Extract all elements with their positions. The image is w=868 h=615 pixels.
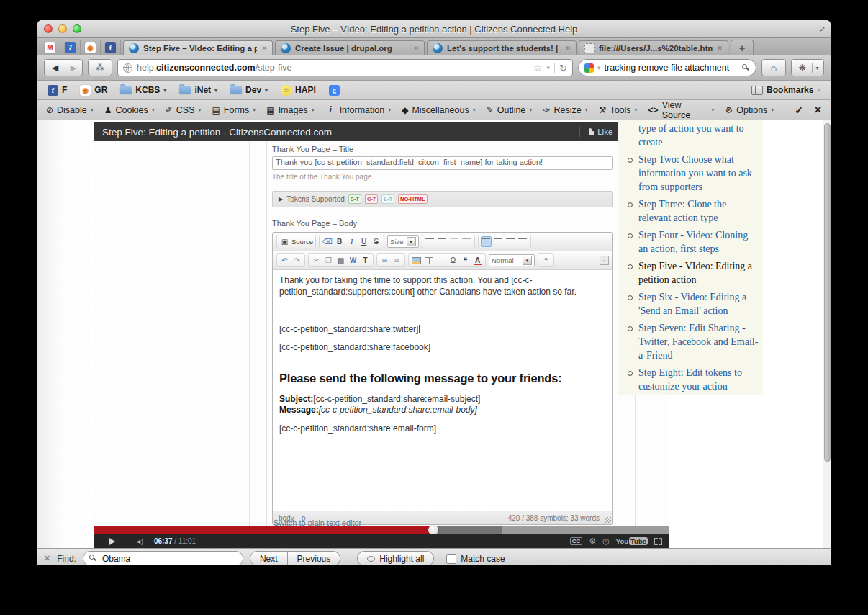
video-header-bar: Step Five: Editing a petition - Citizens… bbox=[94, 122, 669, 141]
scrollbar-thumb[interactable] bbox=[824, 123, 831, 462]
find-next-button[interactable]: Next bbox=[250, 551, 288, 565]
tab-label: Step Five – VIdeo: Editing a p... bbox=[143, 44, 257, 53]
bookmark-folder-kcbs[interactable]: KCBS ▾ bbox=[120, 85, 166, 95]
bookmark-google[interactable]: g bbox=[329, 85, 340, 96]
checkbox-icon[interactable] bbox=[446, 554, 456, 564]
devtools-cookies[interactable]: ♟Cookies▾ bbox=[104, 105, 155, 115]
search-icon[interactable] bbox=[742, 64, 750, 72]
home-button[interactable]: ⌂ bbox=[761, 59, 786, 76]
tab-local-file[interactable]: file:///Users/J...s%20table.html ✕ bbox=[579, 40, 728, 55]
address-bar[interactable]: help.citizensconnected.com/step-five ☆ ▾… bbox=[117, 59, 573, 76]
chevron-down-icon: ▾ bbox=[198, 107, 201, 113]
match-case-checkbox[interactable]: Match case bbox=[446, 554, 505, 564]
validate-check-icon[interactable]: ✓ bbox=[795, 104, 803, 116]
search-query-text[interactable]: tracking remove file attachment bbox=[605, 63, 738, 73]
new-tab-button[interactable]: + bbox=[731, 40, 754, 55]
tab-close-icon[interactable]: ✕ bbox=[717, 45, 723, 52]
devtools-view-source[interactable]: <>View Source▾ bbox=[648, 100, 715, 120]
bullet-icon bbox=[628, 233, 633, 238]
devtools-resize[interactable]: ✑Resize▾ bbox=[543, 105, 587, 115]
toolbar-close-icon[interactable]: ✕ bbox=[814, 104, 822, 115]
sidebar-link[interactable]: Step Eight: Edit tokens to customize you… bbox=[638, 366, 759, 393]
sidebar-link[interactable]: Step Two: Choose what information you wa… bbox=[638, 153, 759, 194]
bookmark-hapi[interactable]: ☺ HAPI bbox=[281, 85, 316, 96]
sidebar-item-step-eight[interactable]: Step Eight: Edit tokens to customize you… bbox=[628, 366, 759, 393]
window-titlebar[interactable]: Step Five – VIdeo: Editing a petition ac… bbox=[37, 20, 831, 38]
bookmark-folder-dev[interactable]: Dev ▾ bbox=[230, 85, 268, 95]
find-input[interactable] bbox=[101, 553, 237, 565]
sidebar-item-step-three[interactable]: Step Three: Clone the relevant action ty… bbox=[628, 197, 759, 225]
like-button[interactable]: Like bbox=[587, 127, 612, 136]
settings-gear-icon[interactable]: ⚙ bbox=[589, 537, 596, 546]
pinned-tab-facebook[interactable]: f bbox=[101, 40, 121, 55]
findbar-close-icon[interactable]: ✕ bbox=[44, 554, 50, 563]
find-input-wrap[interactable] bbox=[83, 551, 243, 565]
tab-active[interactable]: Step Five – VIdeo: Editing a p... ✕ bbox=[123, 40, 273, 55]
devtools-label: Forms bbox=[224, 105, 249, 115]
sidebar-item-step-seven[interactable]: Step Seven: Edit Sharing - Twitter, Face… bbox=[628, 321, 759, 362]
play-button[interactable] bbox=[109, 538, 115, 545]
badge-lt: L-T bbox=[381, 194, 394, 204]
youtube-logo[interactable]: YouTube bbox=[616, 537, 648, 545]
extension-paw-button[interactable]: ⁂ bbox=[88, 59, 112, 76]
sidebar-item-step-four[interactable]: Step Four - Video: Cloning an action, fi… bbox=[628, 228, 759, 256]
google-engine-icon[interactable] bbox=[584, 63, 594, 73]
tab-create-issue[interactable]: Create Issue | drupal.org ✕ bbox=[275, 40, 425, 55]
sidebar-item-step-six[interactable]: Step Six - Video: Editing a 'Send an Ema… bbox=[628, 290, 759, 318]
engine-dropdown-icon[interactable]: ▾ bbox=[597, 64, 601, 71]
page-scrollbar[interactable] bbox=[823, 120, 831, 548]
watch-later-clock-icon[interactable]: ◷ bbox=[602, 537, 610, 546]
pinned-tab-gmail[interactable]: M bbox=[40, 40, 60, 55]
sidebar-link[interactable]: Step Three: Clone the relevant action ty… bbox=[638, 197, 759, 225]
align-center-icon bbox=[493, 236, 504, 247]
highlight-all-button[interactable]: Highlight all bbox=[357, 551, 434, 565]
sidebar-link[interactable]: Step Seven: Edit Sharing - Twitter, Face… bbox=[638, 321, 759, 362]
youtube-video-player[interactable]: Step Five: Editing a petition - Citizens… bbox=[94, 122, 669, 548]
chevron-down-icon: ▾ bbox=[523, 256, 532, 265]
addon-dropdown-icon[interactable]: ▾ bbox=[813, 65, 823, 71]
sidebar-item-step-one[interactable]: type of action you want to create bbox=[628, 122, 759, 149]
tab-close-icon[interactable]: ✕ bbox=[261, 45, 267, 52]
progress-knob[interactable] bbox=[428, 525, 438, 535]
video-title[interactable]: Step Five: Editing a petition - Citizens… bbox=[102, 127, 572, 138]
editor-toolbar-row2: ↶ ↷ ✂ ❐ ▤ W T ∞ bbox=[273, 251, 612, 270]
fullscreen-button[interactable] bbox=[654, 538, 662, 545]
devtools-images[interactable]: ▦Images▾ bbox=[266, 105, 314, 115]
search-bar[interactable]: ▾ tracking remove file attachment bbox=[578, 59, 756, 76]
sidebar-link[interactable]: type of action you want to create bbox=[638, 122, 759, 149]
tab-close-icon[interactable]: ✕ bbox=[565, 45, 571, 52]
bookmarks-menu-button[interactable]: Bookmarks ▾ bbox=[751, 85, 820, 95]
bookmark-facebook[interactable]: f F bbox=[48, 85, 67, 96]
bookmark-star-icon[interactable]: ☆ bbox=[533, 62, 543, 73]
reload-icon[interactable]: ↻ bbox=[554, 63, 567, 73]
sidebar-link[interactable]: Step Four - Video: Cloning an action, fi… bbox=[638, 228, 759, 256]
back-button[interactable]: ◀ bbox=[45, 63, 65, 73]
sidebar-link[interactable]: Step Six - Video: Editing a 'Send an Ema… bbox=[638, 290, 759, 318]
volume-icon[interactable]: ◄) bbox=[135, 538, 143, 545]
pinned-tab-reader[interactable]: ◉ bbox=[81, 40, 101, 55]
tab-close-icon[interactable]: ✕ bbox=[413, 45, 419, 52]
devtools-tools[interactable]: ⚒Tools▾ bbox=[599, 105, 638, 115]
devtools-information[interactable]: iInformation▾ bbox=[325, 104, 392, 115]
devtools-options[interactable]: ⚙Options▾ bbox=[725, 105, 774, 115]
captions-button[interactable]: CC bbox=[570, 537, 583, 545]
tab-support-students[interactable]: Let's support the students! | ... ✕ bbox=[427, 40, 577, 55]
url-text[interactable]: help.citizensconnected.com/step-five bbox=[137, 63, 529, 73]
devtools-disable[interactable]: ⊘Disable▾ bbox=[46, 105, 94, 115]
tab-label: Create Issue | drupal.org bbox=[295, 44, 409, 53]
video-progress-bar[interactable] bbox=[94, 526, 669, 534]
devtools-forms[interactable]: ▤Forms▾ bbox=[212, 105, 256, 115]
forward-button[interactable]: ▶ bbox=[65, 63, 81, 73]
sidebar-item-step-two[interactable]: Step Two: Choose what information you wa… bbox=[628, 153, 759, 194]
pinned-tab-calendar[interactable]: 7 bbox=[60, 40, 81, 55]
bookmark-google-reader[interactable]: ◉ GR bbox=[80, 85, 107, 96]
drupal-favicon bbox=[129, 43, 139, 53]
devtools-outline[interactable]: ✎Outline▾ bbox=[487, 105, 533, 115]
url-dropdown-icon[interactable]: ▾ bbox=[547, 64, 551, 71]
find-previous-button[interactable]: Previous bbox=[288, 551, 341, 565]
devtools-css[interactable]: ✐CSS▾ bbox=[166, 105, 202, 115]
bookmark-folder-inet[interactable]: iNet ▾ bbox=[179, 85, 217, 95]
addon-button[interactable]: ❋ ▾ bbox=[791, 59, 824, 76]
devtools-miscellaneous[interactable]: ◆Miscellaneous▾ bbox=[402, 105, 475, 115]
blank-favicon bbox=[584, 43, 595, 53]
